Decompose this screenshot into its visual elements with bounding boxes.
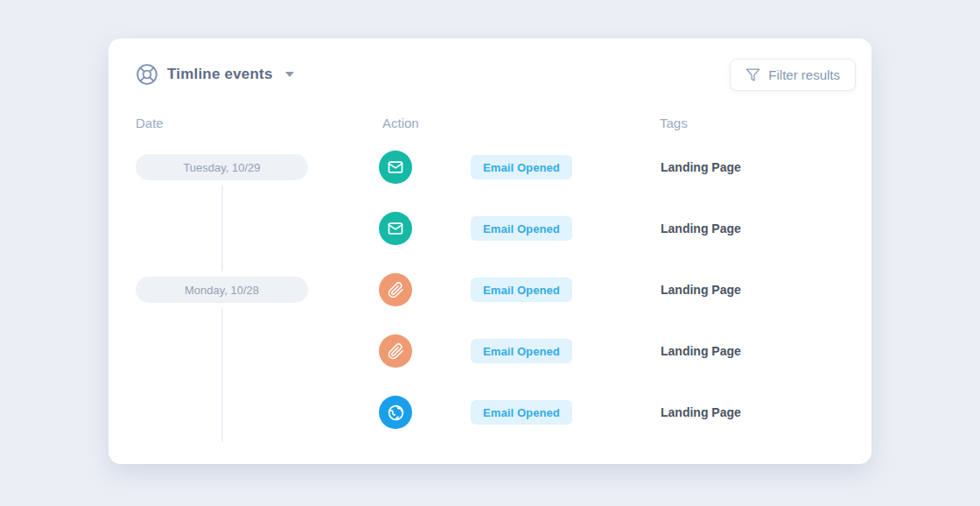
status-badge: Email Opened <box>471 400 572 425</box>
column-header-action: Action <box>382 116 419 130</box>
tag-label: Landing Page <box>661 405 741 419</box>
table-row: Email Opened Landing Page <box>108 198 872 259</box>
funnel-icon <box>746 67 760 82</box>
timeline-rows: Tuesday, 10/29 Email Opened Landing Page… <box>108 137 872 455</box>
globe-icon <box>379 396 412 429</box>
paperclip-icon <box>379 334 412 368</box>
timeline-events-card: Timline events Filter results Date Actio… <box>108 39 872 464</box>
table-row: Email Opened Landing Page <box>108 320 872 382</box>
card-header: Timline events Filter results <box>136 57 856 92</box>
table-row: Monday, 10/28 Email Opened Landing Page <box>108 259 872 320</box>
status-badge: Email Opened <box>471 278 572 302</box>
tag-label: Landing Page <box>661 160 741 174</box>
table-row: Email Opened Landing Page <box>108 382 872 443</box>
timeline-events-dropdown[interactable]: Timline events <box>136 63 294 86</box>
status-badge: Email Opened <box>471 155 572 179</box>
column-header-date: Date <box>136 116 164 130</box>
life-buoy-icon <box>136 63 158 86</box>
envelope-icon <box>379 212 412 245</box>
tag-label: Landing Page <box>661 344 741 358</box>
date-pill: Monday, 10/28 <box>136 277 308 303</box>
tag-label: Landing Page <box>661 221 741 235</box>
status-badge: Email Opened <box>471 216 572 241</box>
filter-results-button[interactable]: Filter results <box>730 59 856 91</box>
status-badge: Email Opened <box>471 339 572 363</box>
page-title: Timline events <box>167 66 273 83</box>
envelope-icon <box>379 151 412 184</box>
date-pill: Tuesday, 10/29 <box>136 154 308 180</box>
tag-label: Landing Page <box>661 283 741 297</box>
column-header-tags: Tags <box>660 116 688 130</box>
paperclip-icon <box>379 273 412 306</box>
table-row: Tuesday, 10/29 Email Opened Landing Page <box>108 137 872 198</box>
chevron-down-icon <box>285 72 294 77</box>
filter-results-label: Filter results <box>768 67 840 82</box>
